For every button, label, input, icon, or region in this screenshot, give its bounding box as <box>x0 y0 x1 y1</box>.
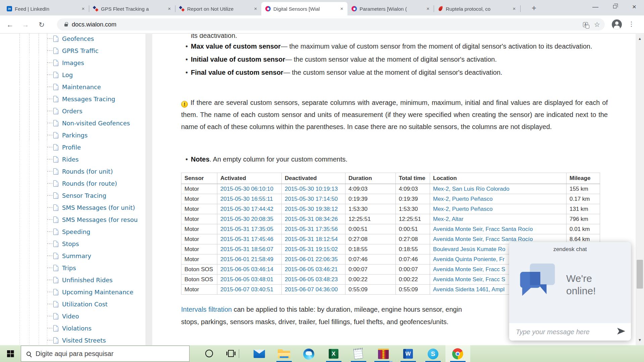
activated-link[interactable]: 2015-05-31 17:35:05 <box>220 226 273 232</box>
reload-button[interactable]: ↻ <box>37 20 46 29</box>
sidebar-item[interactable]: Speeding <box>0 226 146 238</box>
restore-button[interactable] <box>605 0 625 13</box>
taskbar-app[interactable] <box>346 345 371 362</box>
taskbar-app[interactable]: S <box>421 345 445 362</box>
sidebar-scrollbar[interactable] <box>146 34 152 345</box>
tab-close-button[interactable]: × <box>511 6 517 12</box>
scroll-up-arrow[interactable]: ▲ <box>636 37 644 41</box>
cortana-icon[interactable] <box>205 350 213 357</box>
location-link[interactable]: Avenida Monte Seir, Fracc S <box>433 266 505 273</box>
sidebar-item[interactable]: Geofences <box>0 34 146 45</box>
deactivated-link[interactable]: 2015-05-31 08:34:26 <box>285 216 338 222</box>
new-tab-button[interactable]: + <box>529 3 539 13</box>
url-text[interactable]: docs.wialon.com <box>72 21 116 28</box>
activated-link[interactable]: 2015-05-30 06:10:10 <box>220 186 273 192</box>
sidebar-item[interactable]: Violations <box>0 322 146 334</box>
deactivated-link[interactable]: 2015-05-31 18:12:54 <box>285 236 338 242</box>
sidebar-item[interactable]: Maintenance <box>0 81 146 93</box>
scrollbar-thumb[interactable] <box>637 260 643 289</box>
activated-link[interactable]: 2015-06-05 03:46:14 <box>220 266 273 273</box>
activated-link[interactable]: 2015-06-07 03:40:51 <box>220 286 273 293</box>
scroll-down-arrow[interactable]: ▼ <box>636 338 644 342</box>
sidebar-item[interactable]: Orders <box>0 105 146 117</box>
bookmark-star-icon[interactable]: ☆ <box>594 20 600 28</box>
activated-link[interactable]: 2015-06-01 21:58:49 <box>220 256 273 262</box>
deactivated-link[interactable]: 2015-06-05 03:48:23 <box>285 276 338 283</box>
deactivated-link[interactable]: 2015-06-01 22:06:35 <box>285 256 338 262</box>
taskbar-search-box[interactable] <box>21 346 190 362</box>
location-link[interactable]: Avenida Quinta Poniente, Fr <box>433 256 504 262</box>
browser-tab[interactable]: Digital Sensors [Wial × <box>261 2 347 15</box>
tab-close-button[interactable]: × <box>80 6 86 12</box>
location-link[interactable]: Mex-2, Puerto Peñasco <box>433 196 493 202</box>
sidebar-item[interactable]: Utilization Cost <box>0 298 146 310</box>
browser-tab[interactable]: Ruptela protocol, co × <box>434 2 520 15</box>
activated-link[interactable]: 2015-05-30 20:08:35 <box>220 216 273 222</box>
sidebar-item[interactable]: SMS Messages (for resou <box>0 214 146 226</box>
sidebar-item[interactable]: Rounds (for route) <box>0 177 146 189</box>
sidebar-item[interactable]: Non-visited Geofences <box>0 117 146 129</box>
location-link[interactable]: Avenida Siderita 1461, Ampl <box>433 286 504 293</box>
taskbar-app[interactable]: X <box>321 345 346 362</box>
sidebar-item[interactable]: Trips <box>0 262 146 274</box>
location-link[interactable]: Avenida Monte Seir, Fracc S <box>433 276 505 283</box>
location-link[interactable]: Mex-2, Puerto Peñasco <box>433 206 493 212</box>
taskbar-app[interactable]: W <box>396 345 421 362</box>
sidebar-item[interactable]: Sensor Tracing <box>0 189 146 201</box>
location-link[interactable]: Mex-2, San Luis Río Colorado <box>433 186 509 192</box>
sidebar-item[interactable]: Summary <box>0 250 146 262</box>
location-link[interactable]: Boulevard Jesús Kumate Ro <box>433 246 505 252</box>
translate-icon[interactable]: A <box>583 22 588 27</box>
sidebar-item[interactable]: Profile <box>0 141 146 153</box>
location-link[interactable]: Mex-2, Altar <box>433 216 464 222</box>
location-link[interactable]: Avenida Monte Seir, Fracc Santa Rocío <box>433 226 533 232</box>
sidebar-item[interactable]: GPRS Traffic <box>0 45 146 57</box>
deactivated-link[interactable]: 2015-06-07 04:36:00 <box>285 286 338 293</box>
sidebar-item[interactable]: Rounds (for unit) <box>0 165 146 177</box>
tab-close-button[interactable]: × <box>166 6 172 12</box>
close-button[interactable]: × <box>625 0 644 13</box>
tab-close-button[interactable]: × <box>253 6 259 12</box>
browser-tab[interactable]: Report on Not Utilize × <box>175 2 261 15</box>
send-icon[interactable] <box>617 327 626 336</box>
sidebar-item[interactable]: Video <box>0 310 146 322</box>
forward-button[interactable]: → <box>21 20 30 29</box>
sidebar-item[interactable]: SMS Messages (for unit) <box>0 201 146 214</box>
deactivated-link[interactable]: 2015-05-30 19:38:12 <box>285 206 338 212</box>
taskbar-app[interactable] <box>371 345 396 362</box>
browser-tab[interactable]: in Feed | LinkedIn × <box>3 2 89 15</box>
sidebar-item[interactable]: Unfinished Rides <box>0 274 146 286</box>
start-button[interactable] <box>0 345 21 362</box>
browser-tab[interactable]: GPS Fleet Tracking a × <box>89 2 175 15</box>
sidebar-item[interactable]: Visited Streets <box>0 334 146 345</box>
browser-tab[interactable]: Parameters [Wialon ( × <box>347 2 434 15</box>
taskbar-app[interactable] <box>247 345 272 362</box>
tab-close-button[interactable]: × <box>425 6 431 12</box>
sidebar-item[interactable]: Upcoming Maintenance <box>0 286 146 298</box>
deactivated-link[interactable]: 2015-05-31 19:15:02 <box>285 246 338 252</box>
activated-link[interactable]: 2015-05-31 18:56:07 <box>220 246 273 252</box>
activated-link[interactable]: 2015-05-31 17:45:46 <box>220 236 273 242</box>
location-link[interactable]: Avenida Monte Seir, Fracc Santa Rocío <box>433 236 533 242</box>
tab-close-button[interactable]: × <box>339 6 345 12</box>
browser-menu-icon[interactable]: ⋮ <box>628 20 635 28</box>
minimize-button[interactable]: — <box>586 0 605 13</box>
taskbar-app[interactable] <box>297 345 321 362</box>
deactivated-link[interactable]: 2015-06-05 03:46:21 <box>285 266 338 273</box>
taskbar-app[interactable] <box>272 345 297 362</box>
deactivated-link[interactable]: 2015-05-30 10:19:13 <box>285 186 338 192</box>
sidebar-item[interactable]: Messages Tracing <box>0 93 146 105</box>
sidebar-item[interactable]: Images <box>0 57 146 69</box>
task-view-icon[interactable] <box>228 350 234 357</box>
chat-message-input[interactable] <box>516 328 617 336</box>
sidebar-item[interactable]: Parkings <box>0 129 146 141</box>
intervals-filtration-link[interactable]: Intervals filtration <box>181 306 232 313</box>
sidebar-item[interactable]: Rides <box>0 153 146 165</box>
taskbar-search-input[interactable] <box>36 350 176 358</box>
deactivated-link[interactable]: 2015-05-31 17:35:56 <box>285 226 338 232</box>
activated-link[interactable]: 2015-06-05 03:48:01 <box>220 276 273 283</box>
deactivated-link[interactable]: 2015-05-30 17:14:50 <box>285 196 338 202</box>
back-button[interactable]: ← <box>5 20 15 29</box>
address-bar[interactable]: docs.wialon.com A ☆ <box>57 18 605 31</box>
profile-avatar[interactable] <box>612 19 622 29</box>
